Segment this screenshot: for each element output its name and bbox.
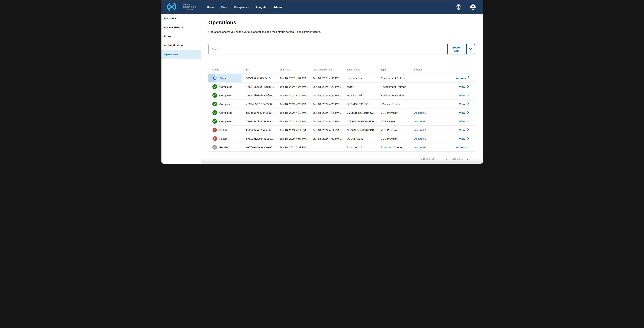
column-header-target-name: Target Name (347, 68, 381, 71)
view-link[interactable]: View (459, 85, 469, 88)
delphix-x-logo-icon (166, 3, 178, 12)
sidebar-item-label: Accounts (164, 17, 176, 20)
nav-item-compliance[interactable]: Compliance (234, 0, 249, 14)
target-name: VVSourceDB2019_UZ… (347, 111, 381, 114)
chevron-right-icon[interactable] (466, 157, 469, 160)
sidebar-item-roles[interactable]: Roles (162, 32, 201, 41)
search-button-group: Search (All) (447, 44, 475, 54)
operation-type: Environment Refresh (381, 94, 414, 97)
operation-id: 9759fc6affe84e4cb3d… (246, 77, 280, 80)
chevron-right-icon (467, 128, 469, 131)
chevron-down-icon (469, 48, 472, 51)
target-name: bwtgt1 (347, 85, 381, 88)
status-label: Started (220, 77, 228, 80)
operation-type: VDB Delete (381, 120, 414, 123)
status-cell: Failed (208, 134, 246, 143)
start-time: Jan 18, 2024 4:11 PM … (280, 128, 313, 131)
sidebar-item-access-groups[interactable]: Access Groups (162, 23, 201, 32)
operation-id: 0a789ea40dec4f0e85… (246, 146, 280, 149)
pagination-range: 1 to 50 of 79 (421, 157, 434, 160)
operation-type: VDB Provision (381, 137, 414, 140)
start-time: Jan 18, 2024 4:24 PM … (280, 94, 313, 97)
last-updated-time: Jan 18, 2024 4:25 PM … (313, 94, 347, 97)
sidebar-item-accounts[interactable]: Accounts (162, 14, 201, 23)
check-circle-icon (212, 119, 217, 124)
initiator-link[interactable]: Account-1 (414, 120, 426, 123)
view-label: View (459, 85, 465, 88)
operation-id: 8c34a9878e3a41839… (246, 111, 280, 114)
account-icon[interactable] (470, 4, 476, 10)
actions-button[interactable]: Actions (456, 76, 469, 80)
view-link[interactable]: View (459, 128, 469, 131)
view-link[interactable]: View (459, 137, 469, 140)
column-header-initiator: Initiator (414, 68, 443, 71)
target-name: as-win-src-si (347, 94, 381, 97)
actions-label: Actions (456, 146, 466, 149)
view-link[interactable]: View (459, 102, 469, 106)
view-link[interactable]: View (459, 111, 469, 114)
action-cell: View (443, 111, 475, 114)
check-circle-icon (212, 102, 217, 106)
table-row: Completed e322dd537d1640958f… Jan 18, 20… (208, 100, 475, 108)
nav-item-home[interactable]: Home (207, 0, 214, 14)
chevron-right-icon (467, 111, 469, 114)
table-row: Failed fa60dc504b7d4dc5b5… Jan 18, 2024 … (208, 126, 475, 134)
sidebar-item-label: Operations (164, 53, 178, 56)
search-input[interactable] (208, 44, 448, 54)
search-scope-dropdown[interactable] (467, 44, 475, 54)
view-label: View (459, 111, 465, 114)
operation-type: Environment Refresh (381, 85, 414, 88)
initiator-cell: Account-1 (414, 120, 443, 123)
action-cell: View (443, 128, 475, 131)
table-body: Started 9759fc6affe84e4cb3d… Jan 18, 202… (208, 74, 475, 152)
kebab-menu-icon (468, 145, 469, 149)
initiator-link[interactable]: Account-1 (414, 146, 426, 149)
actions-button[interactable]: Actions (456, 145, 469, 149)
nav-item-insights[interactable]: Insights (256, 0, 266, 14)
view-label: View (459, 137, 465, 140)
status-label: Failed (220, 137, 227, 140)
actions-label: Actions (456, 77, 466, 80)
table-row: Started 9759fc6affe84e4cb3d… Jan 18, 202… (208, 74, 475, 83)
table-row: Completed 79632346f15b499ea1… Jan 18, 20… (208, 117, 475, 126)
status-label: Completed (220, 120, 232, 123)
table-row: Completed 214a7ab8f5d9420f99… Jan 18, 20… (208, 91, 475, 100)
operation-id: 1660496c86f247fcb1… (246, 85, 280, 88)
sidebar-item-authentication[interactable]: Authentication (162, 41, 201, 50)
operation-type: Environment Refresh (381, 77, 414, 80)
sidebar-item-operations[interactable]: Operations (162, 50, 201, 59)
sidebar-item-label: Access Groups (164, 26, 184, 29)
view-link[interactable]: View (459, 120, 469, 123)
search-button-label: Search (452, 46, 461, 49)
nav-item-data[interactable]: Data (221, 0, 227, 14)
initiator-link[interactable]: Account-1 (414, 128, 426, 131)
nav-item-admin[interactable]: Admin (273, 0, 282, 14)
nav-item-label: Insights (256, 6, 266, 9)
action-cell: View (443, 94, 475, 97)
check-circle-icon (212, 93, 217, 98)
action-cell: View (443, 102, 475, 106)
operation-type: dSource Disable (381, 103, 414, 106)
last-updated-time: Jan 18, 2024 4:29 PM … (313, 85, 347, 88)
initiator-link[interactable]: Account-1 (414, 137, 426, 140)
action-cell: View (443, 137, 475, 140)
view-link[interactable]: View (459, 94, 469, 97)
view-label: View (459, 103, 465, 106)
initiator-link[interactable]: Account-1 (414, 111, 426, 114)
error-octagon-icon (212, 136, 217, 141)
start-time: Jan 18, 2024 4:13 PM … (280, 111, 313, 114)
status-cell: Failed (208, 126, 246, 134)
table-row-partial (208, 152, 475, 154)
column-header-id: ID (246, 68, 280, 71)
status-cell: Completed (208, 108, 246, 117)
sidebar-item-label: Roles (164, 35, 171, 38)
initiator-cell: Account-1 (414, 111, 443, 114)
pagination-page: Page 1 of 2 (451, 157, 463, 160)
brand-wordmark: DATA CONTROL TOWER (183, 3, 197, 11)
last-updated-time: Jan 18, 2024 4:20 PM … (313, 103, 347, 106)
api-chip-icon[interactable] (456, 4, 461, 10)
operation-type: Bookmark Create (381, 146, 414, 149)
chevron-left-icon[interactable] (445, 157, 448, 160)
search-all-button[interactable]: Search (All) (448, 44, 466, 54)
sync-icon (212, 76, 217, 81)
